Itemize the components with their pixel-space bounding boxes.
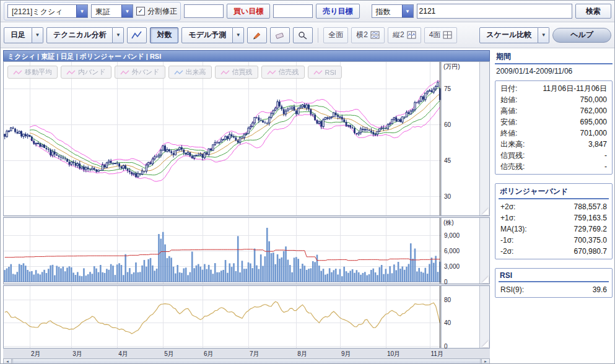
horizontal-scrollbar[interactable]: ◄ ► xyxy=(3,358,490,364)
month-label: 11月 xyxy=(431,350,443,358)
legend-toggle-移動平均[interactable]: 移動平均 xyxy=(7,66,58,79)
split-adjust-checkbox[interactable]: ✓ 分割修正 xyxy=(136,6,177,17)
chevron-down-icon[interactable]: ▼ xyxy=(402,5,413,17)
price-chart-canvas[interactable] xyxy=(4,62,441,215)
rsi-row-label: RSI(9): xyxy=(500,285,524,295)
timeframe-select[interactable]: 日足 ▼ xyxy=(4,27,43,43)
technical-analysis-select[interactable]: テクニカル分析 ▼ xyxy=(46,27,124,43)
legend-toggle-RSI[interactable]: RSI xyxy=(308,66,342,79)
symbol-select[interactable]: [2121]ミクシィ ▼ xyxy=(7,4,88,18)
rsi-chart-canvas[interactable] xyxy=(4,286,441,348)
price-panel-scroll-strip[interactable] xyxy=(479,62,489,215)
quote-row-value: 695,000 xyxy=(580,117,607,127)
symbol-select-value: [2121]ミクシィ xyxy=(8,5,76,17)
chevron-down-icon[interactable]: ▼ xyxy=(76,5,87,17)
legend-label: RSI xyxy=(325,69,336,76)
legend-toggle-信買残[interactable]: 信買残 xyxy=(215,66,258,79)
technical-dropdown-arrow-icon[interactable]: ▼ xyxy=(113,27,124,43)
legend-toggle-出来高[interactable]: 出来高 xyxy=(168,66,212,79)
volume-chart-canvas[interactable] xyxy=(4,218,441,284)
timeframe-dropdown-arrow-icon[interactable]: ▼ xyxy=(32,27,43,43)
toolbar-separator xyxy=(318,28,318,43)
draw-pen-button[interactable] xyxy=(247,27,267,43)
index-select[interactable]: 指数 ▼ xyxy=(372,4,414,18)
volume-chart-panel: (株) 9,0006,0003,0000 xyxy=(3,217,490,284)
legend-label: 移動平均 xyxy=(25,67,52,77)
scale-dropdown-arrow-icon[interactable]: ▼ xyxy=(538,27,549,43)
legend-label: 信買残 xyxy=(232,67,253,77)
bollinger-row: +2σ:788,557.8 xyxy=(495,201,612,212)
rsi-chart-panel: 80400 xyxy=(3,285,490,349)
layout-full-button[interactable]: 全面 xyxy=(323,27,348,43)
legend-toggle-外バンド[interactable]: 外バンド xyxy=(115,66,165,79)
axis-tick-label: 75 xyxy=(444,85,451,92)
quote-row: 安値:695,000 xyxy=(495,116,612,128)
quote-row: 日付:11月06日-11月06日 xyxy=(495,83,612,94)
layout-quad-label: 4面 xyxy=(429,30,441,40)
legend-toggle-内バンド[interactable]: 内バンド xyxy=(61,66,111,79)
model-forecast-button[interactable]: モデル予測 xyxy=(181,27,233,43)
index-select-value: 指数 xyxy=(372,5,402,17)
search-button[interactable]: 検索 xyxy=(575,4,611,19)
symbol-code-input[interactable] xyxy=(417,4,572,19)
eraser-button[interactable] xyxy=(270,27,290,43)
checkbox-checked-icon: ✓ xyxy=(136,7,145,15)
model-forecast-select[interactable]: モデル予測 ▼ xyxy=(181,27,244,43)
bollinger-row: -2σ:670,980.7 xyxy=(495,246,612,257)
buy-target-input[interactable] xyxy=(184,4,224,18)
rsi-plot-area[interactable] xyxy=(4,286,442,348)
sell-target-input[interactable] xyxy=(273,4,313,18)
horizontal-split-icon xyxy=(370,31,380,39)
month-label: 2月 xyxy=(31,350,41,358)
bollinger-row-label: MA(13): xyxy=(500,224,527,234)
bollinger-row-value: 788,557.8 xyxy=(574,202,607,212)
legend-toggle-信売残[interactable]: 信売残 xyxy=(261,66,305,79)
line-chart-icon xyxy=(131,30,142,40)
scroll-right-arrow-icon[interactable]: ► xyxy=(481,359,489,364)
volume-panel-scroll-strip[interactable] xyxy=(479,218,489,284)
scroll-left-arrow-icon[interactable]: ◄ xyxy=(4,359,12,364)
quote-box: 日付:11月06日-11月06日始値:750,000高値:762,000安値:6… xyxy=(495,80,613,175)
model-dropdown-arrow-icon[interactable]: ▼ xyxy=(233,27,244,43)
vertical-split-icon xyxy=(407,31,416,39)
layout-quad-button[interactable]: 4面 xyxy=(424,27,458,43)
layout-vertical2-button[interactable]: 縦2 xyxy=(388,27,421,43)
quote-row-value: - xyxy=(604,162,607,171)
log-scale-button[interactable]: 対数 xyxy=(150,27,178,43)
rsi-rows: RSI(9):39.6 xyxy=(495,284,612,295)
quote-row: 始値:750,000 xyxy=(495,94,612,105)
quote-row-label: 高値: xyxy=(500,106,517,116)
month-label: 6月 xyxy=(204,350,214,358)
quote-row-value: 3,847 xyxy=(588,139,607,149)
chart-type-button[interactable] xyxy=(127,27,147,43)
resize-grip-icon[interactable] xyxy=(482,208,489,215)
scale-compare-button[interactable]: スケール比較 xyxy=(479,27,538,43)
market-select-value: 東証 xyxy=(92,5,121,17)
price-plot-area[interactable]: 移動平均内バンド外バンド出来高信買残信売残RSI xyxy=(4,62,442,215)
buy-target-button[interactable]: 買い目標 xyxy=(227,4,270,19)
help-button[interactable]: ヘルプ xyxy=(552,28,611,43)
month-label: 4月 xyxy=(118,350,128,358)
timeframe-button[interactable]: 日足 xyxy=(4,27,32,43)
quote-row-label: 信買残: xyxy=(500,150,525,160)
zoom-button[interactable] xyxy=(293,27,313,43)
scroll-thumb[interactable] xyxy=(12,359,481,364)
quote-row-label: 出来高: xyxy=(500,139,525,149)
bollinger-row: -1σ:700,375.0 xyxy=(495,235,612,246)
chart-title-bar: ミクシィ | 東証 | 日足 | ボリンジャー バンド | RSI xyxy=(3,50,490,61)
chevron-down-icon[interactable]: ▼ xyxy=(121,5,133,17)
rsi-panel-scroll-strip[interactable] xyxy=(479,286,489,348)
axis-tick-label: 0 xyxy=(444,279,448,285)
quote-row-label: 始値: xyxy=(500,95,517,105)
resize-grip-icon[interactable] xyxy=(482,276,489,283)
resize-grip-icon[interactable] xyxy=(482,340,489,347)
scale-compare-select[interactable]: スケール比較 ▼ xyxy=(479,27,549,43)
sell-target-button[interactable]: 売り目標 xyxy=(316,4,359,19)
bollinger-row-value: 759,163.5 xyxy=(574,213,607,223)
axis-tick-label: 60 xyxy=(444,121,451,128)
month-label: 7月 xyxy=(250,350,260,358)
volume-plot-area[interactable] xyxy=(4,218,442,284)
market-select[interactable]: 東証 ▼ xyxy=(91,4,133,18)
technical-analysis-button[interactable]: テクニカル分析 xyxy=(46,27,113,43)
layout-horizontal2-button[interactable]: 横2 xyxy=(351,27,385,43)
